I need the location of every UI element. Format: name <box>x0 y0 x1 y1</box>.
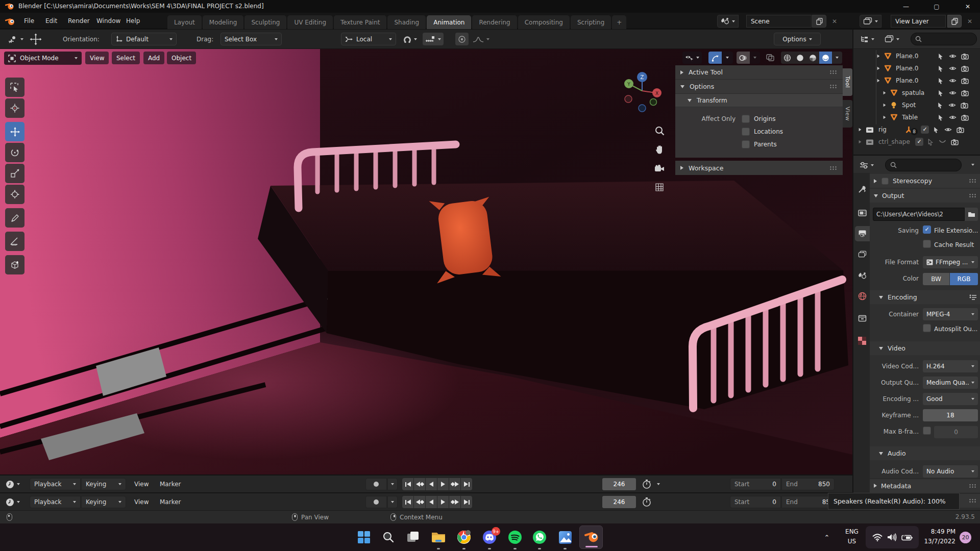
overlays-toggle[interactable] <box>737 52 760 64</box>
marker-menu[interactable]: Marker <box>156 496 185 508</box>
discord-button[interactable]: 9+ <box>481 529 498 545</box>
properties-editor-type[interactable] <box>857 159 876 171</box>
viewport-pan-button[interactable] <box>652 142 667 157</box>
menu-edit[interactable]: Edit <box>41 15 62 27</box>
selectable-icon[interactable] <box>938 65 944 72</box>
stopwatch-icon[interactable] <box>642 497 651 507</box>
expand-icon[interactable] <box>877 55 880 58</box>
panel-workspace[interactable]: Workspace <box>675 161 843 175</box>
marker-menu[interactable]: Marker <box>156 478 185 490</box>
file-explorer-button[interactable] <box>430 529 447 545</box>
video-codec-dropdown[interactable]: H.264 <box>923 360 978 372</box>
auto-keying-button[interactable] <box>365 478 387 490</box>
tab-output-properties-active[interactable] <box>855 226 870 241</box>
tab-animation[interactable]: Animation <box>427 15 471 29</box>
tool-add-cube[interactable] <box>5 255 24 274</box>
xray-toggle[interactable] <box>764 52 777 64</box>
shading-material-button[interactable] <box>806 52 819 64</box>
maxb-checkbox[interactable] <box>923 427 931 435</box>
tool-cursor[interactable] <box>5 98 24 118</box>
start-button[interactable] <box>356 529 372 545</box>
menu-help[interactable]: Help <box>121 15 144 27</box>
play-button[interactable] <box>437 496 449 508</box>
viewport-camera-button[interactable] <box>652 161 667 176</box>
drag-grip-icon[interactable] <box>829 84 838 89</box>
language-indicator[interactable]: ENGUS <box>841 527 863 546</box>
navigation-gizmo[interactable]: Z Y X <box>622 69 664 113</box>
scene-unlink-button[interactable]: ✕ <box>828 15 841 28</box>
outliner-row-plane2[interactable]: Plane.0 <box>852 62 980 74</box>
snap-toggle[interactable] <box>401 33 419 45</box>
tray-chevron-button[interactable]: ⌃ <box>820 531 834 543</box>
blender-menu-icon[interactable] <box>5 17 15 26</box>
drag-grip-icon[interactable] <box>969 484 977 488</box>
drag-grip-icon[interactable] <box>969 193 977 198</box>
shading-wireframe-button[interactable] <box>781 52 794 64</box>
tab-shading[interactable]: Shading <box>387 15 426 29</box>
jump-to-start-button[interactable] <box>402 496 413 508</box>
tool-move[interactable] <box>5 122 24 141</box>
parents-checkbox[interactable] <box>742 140 750 148</box>
tool-rotate[interactable] <box>5 143 24 162</box>
panel-metadata[interactable]: Metadata <box>870 479 980 492</box>
whatsapp-button[interactable] <box>531 529 548 545</box>
camera-icon[interactable] <box>961 90 969 96</box>
frame-end-field[interactable]: End850 <box>781 478 835 490</box>
panel-output[interactable]: Output <box>870 189 980 203</box>
scene-selector[interactable] <box>717 15 739 28</box>
collection-checkbox[interactable]: ✓ <box>921 126 929 134</box>
expand-icon[interactable] <box>877 67 880 70</box>
tab-world-properties[interactable] <box>855 289 869 303</box>
frame-end-field[interactable]: End85 <box>781 496 835 508</box>
expand-icon[interactable] <box>877 79 880 82</box>
camera-icon[interactable] <box>961 114 969 121</box>
expand-icon[interactable] <box>859 140 862 143</box>
outliner-search-field[interactable] <box>911 33 977 45</box>
cache-result-checkbox[interactable] <box>923 240 931 248</box>
tab-scripting[interactable]: Scripting <box>571 15 611 29</box>
outliner-row-ctrl-shapes[interactable]: ctrl_shape ✓ <box>852 136 980 148</box>
properties-filter-dropdown[interactable] <box>971 164 974 166</box>
camera-icon[interactable] <box>961 53 969 60</box>
next-keyframe-button[interactable] <box>449 496 460 508</box>
tab-layout[interactable]: Layout <box>167 15 202 29</box>
tab-compositing[interactable]: Compositing <box>518 15 570 29</box>
tab-sculpting[interactable]: Sculpting <box>244 15 286 29</box>
timeline-editor-type[interactable] <box>3 478 22 490</box>
selectable-icon[interactable] <box>933 127 939 133</box>
camera-icon[interactable] <box>957 127 964 133</box>
chevron-down-icon[interactable] <box>657 483 660 485</box>
color-bw-button[interactable]: BW <box>923 273 949 285</box>
outliner-editor-type[interactable] <box>857 33 877 45</box>
selectable-icon[interactable] <box>937 102 943 109</box>
drag-grip-icon[interactable] <box>829 70 838 74</box>
tray-clock[interactable]: 8:49 PM13/7/2022 <box>922 527 955 546</box>
autosplit-checkbox[interactable] <box>923 324 931 332</box>
camera-icon[interactable] <box>961 65 969 72</box>
subpanel-video[interactable]: Video <box>870 341 980 355</box>
outliner-display-mode[interactable] <box>882 33 902 45</box>
selectable-icon[interactable] <box>938 90 944 96</box>
jump-to-end-button[interactable] <box>461 496 472 508</box>
tool-transform[interactable] <box>5 185 24 204</box>
maximize-button[interactable]: ▢ <box>925 0 948 13</box>
selectable-icon[interactable] <box>938 114 944 121</box>
subpanel-encoding[interactable]: Encoding <box>870 290 980 304</box>
container-dropdown[interactable]: MPEG-4 <box>923 308 978 320</box>
file-format-dropdown[interactable]: FFmpeg ... <box>923 256 978 268</box>
close-button[interactable]: ✕ <box>955 0 980 13</box>
playback-menu[interactable]: Playback <box>30 496 81 508</box>
options-dropdown[interactable]: Options <box>774 33 821 45</box>
panel-active-tool[interactable]: Active Tool <box>675 65 843 80</box>
pivot-point-dropdown[interactable]: Local <box>341 33 396 45</box>
view-layer-copy-button[interactable] <box>947 15 962 28</box>
next-keyframe-button[interactable] <box>449 478 460 490</box>
auto-keying-dropdown[interactable] <box>387 478 398 490</box>
view-layer-name-field[interactable]: View Layer <box>891 15 946 28</box>
scene-name-field[interactable]: Scene <box>746 15 812 28</box>
expand-icon[interactable] <box>884 104 886 107</box>
outliner-row-plane1[interactable]: Plane.0 <box>852 50 980 62</box>
tab-scene-properties[interactable] <box>855 269 869 282</box>
selectable-icon[interactable] <box>927 139 934 145</box>
collection-checkbox[interactable]: ✓ <box>915 138 923 146</box>
